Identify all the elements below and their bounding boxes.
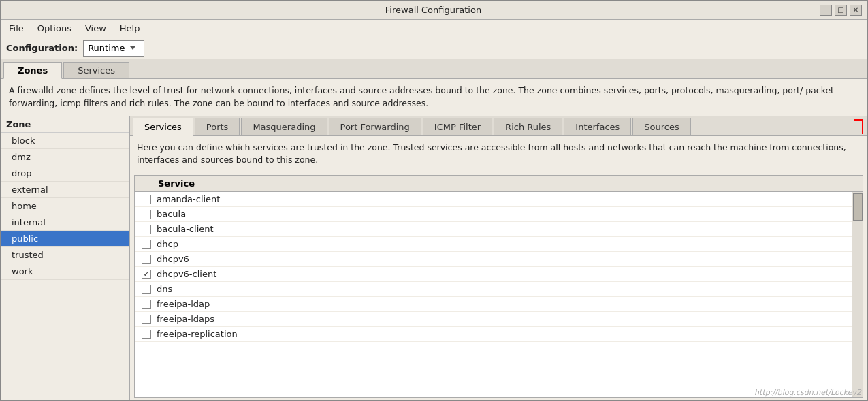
menu-file[interactable]: File xyxy=(3,22,29,35)
scrollbar[interactable] xyxy=(852,192,863,397)
service-row-freeipa-ldap[interactable]: freeipa-ldap xyxy=(135,297,852,312)
service-label-amanda: amanda-client xyxy=(157,194,220,204)
zone-item-trusted[interactable]: trusted xyxy=(1,247,129,263)
service-checkbox-dhcpv6[interactable] xyxy=(142,255,151,264)
service-label-freeipa-ldaps: freeipa-ldaps xyxy=(157,314,214,324)
service-row-dns[interactable]: dns xyxy=(135,282,852,297)
toolbar: Configuration: Runtime xyxy=(1,37,867,59)
zone-item-public[interactable]: public xyxy=(1,231,129,247)
minimize-button[interactable]: ─ xyxy=(820,5,832,16)
service-row-freeipa-ldaps[interactable]: freeipa-ldaps xyxy=(135,312,852,327)
service-label-bacula-client: bacula-client xyxy=(157,224,214,234)
menu-options[interactable]: Options xyxy=(32,22,77,35)
menu-view[interactable]: View xyxy=(80,22,112,35)
maximize-button[interactable]: □ xyxy=(835,5,847,16)
watermark: http://blog.csdn.net/Lockey2 xyxy=(754,388,861,397)
service-row-amanda[interactable]: amanda-client xyxy=(135,192,852,207)
zone-item-drop[interactable]: drop xyxy=(1,165,129,182)
service-checkbox-freeipa-replication[interactable] xyxy=(142,330,151,339)
right-panel: Services Ports Masquerading Port Forward… xyxy=(130,116,867,401)
description-text: A firewalld zone defines the level of tr… xyxy=(1,79,867,116)
zone-item-home[interactable]: home xyxy=(1,198,129,214)
subtab-sources[interactable]: Sources xyxy=(632,118,690,135)
service-label-dns: dns xyxy=(157,284,172,294)
service-list: amanda-client bacula bacula-client xyxy=(135,192,852,397)
sub-tabs: Services Ports Masquerading Port Forward… xyxy=(130,116,867,136)
service-table-header: Service xyxy=(135,176,863,192)
subtab-port-forwarding[interactable]: Port Forwarding xyxy=(329,118,421,135)
zone-item-internal[interactable]: internal xyxy=(1,214,129,231)
service-checkbox-amanda[interactable] xyxy=(142,195,151,204)
service-table: Service amanda-client bacula xyxy=(134,175,863,398)
subtab-masquerading[interactable]: Masquerading xyxy=(241,118,327,135)
service-label-freeipa-replication: freeipa-replication xyxy=(157,329,238,339)
service-row-bacula-client[interactable]: bacula-client xyxy=(135,222,852,237)
service-row-dhcpv6[interactable]: dhcpv6 xyxy=(135,252,852,267)
subtab-services[interactable]: Services xyxy=(133,118,193,136)
title-bar: Firewall Configuration ─ □ ✕ xyxy=(1,1,867,20)
service-label-freeipa-ldap: freeipa-ldap xyxy=(157,299,210,309)
config-label: Configuration: xyxy=(6,43,78,53)
service-label-dhcpv6-client: dhcpv6-client xyxy=(157,269,216,279)
service-checkbox-bacula-client[interactable] xyxy=(142,225,151,234)
scroll-thumb[interactable] xyxy=(853,193,863,221)
menu-bar: File Options View Help xyxy=(1,20,867,37)
zone-item-external[interactable]: external xyxy=(1,182,129,198)
zone-item-block[interactable]: block xyxy=(1,133,129,149)
service-checkbox-bacula[interactable] xyxy=(142,210,151,219)
tab-indicator xyxy=(854,119,863,134)
service-checkbox-freeipa-ldap[interactable] xyxy=(142,300,151,309)
main-window: Firewall Configuration ─ □ ✕ File Option… xyxy=(0,0,868,401)
service-checkbox-freeipa-ldaps[interactable] xyxy=(142,315,151,324)
subtab-icmp-filter[interactable]: ICMP Filter xyxy=(423,118,492,135)
service-row-dhcp[interactable]: dhcp xyxy=(135,237,852,252)
config-dropdown[interactable]: Runtime xyxy=(83,40,144,57)
subtab-rich-rules[interactable]: Rich Rules xyxy=(494,118,562,135)
tab-services[interactable]: Services xyxy=(63,62,129,78)
content-area: Zone block dmz drop external home intern… xyxy=(1,116,867,401)
service-column-header: Service xyxy=(158,178,195,189)
service-label-bacula: bacula xyxy=(157,209,186,219)
main-tabs: Zones Services xyxy=(1,59,867,79)
service-checkbox-dns[interactable] xyxy=(142,285,151,294)
dropdown-arrow-icon xyxy=(130,46,135,50)
zone-header: Zone xyxy=(1,116,129,133)
service-row-dhcpv6-client[interactable]: dhcpv6-client xyxy=(135,267,852,282)
service-checkbox-dhcp[interactable] xyxy=(142,240,151,249)
subtab-interfaces[interactable]: Interfaces xyxy=(564,118,631,135)
service-label-dhcp: dhcp xyxy=(157,239,178,249)
window-title: Firewall Configuration xyxy=(47,5,820,15)
zone-sidebar: Zone block dmz drop external home intern… xyxy=(1,116,130,401)
zone-item-dmz[interactable]: dmz xyxy=(1,149,129,165)
service-description: Here you can define which services are t… xyxy=(130,136,867,173)
config-value: Runtime xyxy=(88,43,125,53)
service-row-freeipa-replication[interactable]: freeipa-replication xyxy=(135,327,852,342)
window-controls: ─ □ ✕ xyxy=(820,5,862,16)
service-row-bacula[interactable]: bacula xyxy=(135,207,852,222)
subtab-ports[interactable]: Ports xyxy=(195,118,240,135)
zone-list: block dmz drop external home internal pu… xyxy=(1,133,129,401)
menu-help[interactable]: Help xyxy=(114,22,146,35)
service-checkbox-dhcpv6-client[interactable] xyxy=(142,270,151,279)
zone-item-work[interactable]: work xyxy=(1,263,129,280)
service-label-dhcpv6: dhcpv6 xyxy=(157,254,189,264)
tab-zones[interactable]: Zones xyxy=(3,62,62,79)
close-button[interactable]: ✕ xyxy=(850,5,862,16)
